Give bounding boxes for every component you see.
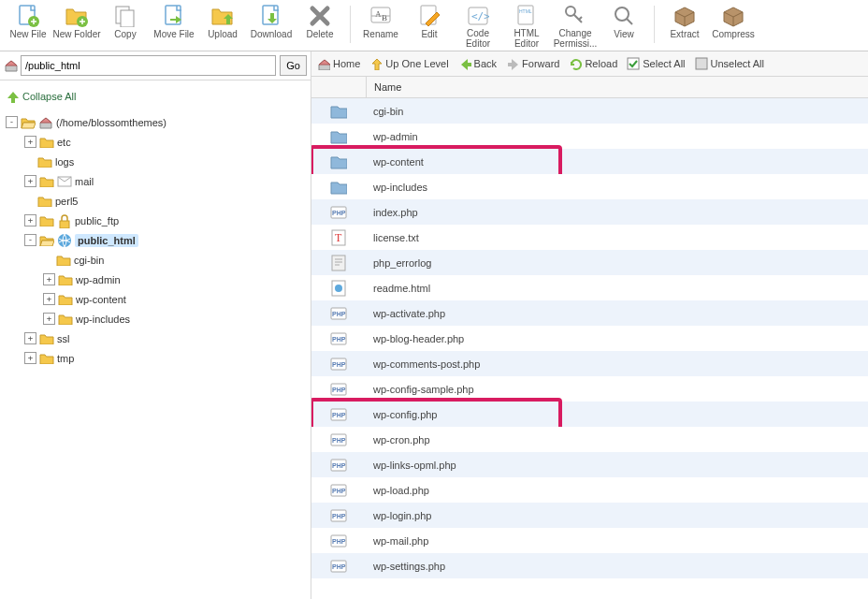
nav-home-button[interactable]: Home <box>317 57 360 70</box>
home-icon <box>4 58 19 73</box>
tree-node-logs[interactable]: logs <box>24 152 307 171</box>
tree-toggle[interactable]: + <box>24 136 36 148</box>
upload-button[interactable]: Upload <box>198 2 247 49</box>
file-row-name: license.txt <box>366 232 868 243</box>
go-button[interactable]: Go <box>280 55 307 76</box>
home-icon <box>38 115 53 130</box>
nav-reload-button[interactable]: Reload <box>569 57 617 70</box>
tree-toggle[interactable]: + <box>43 273 55 285</box>
path-input[interactable] <box>21 55 276 76</box>
tree-node-etc[interactable]: +etc <box>24 132 307 152</box>
file-row[interactable]: wp-config-sample.php <box>311 376 868 402</box>
new-folder-button[interactable]: New Folder <box>52 2 101 49</box>
nav-up-label: Up One Level <box>385 58 448 69</box>
folder-icon <box>330 103 347 120</box>
tree-toggle[interactable]: + <box>24 175 36 187</box>
file-row[interactable]: wp-links-opml.php <box>311 452 868 477</box>
tree-node-wp-content[interactable]: +wp-content <box>43 289 307 309</box>
tree-node-perl5[interactable]: perl5 <box>24 191 307 211</box>
tree-label: public_html <box>75 234 138 247</box>
html-editor-button[interactable]: HTML Editor <box>502 2 551 49</box>
tree-toggle[interactable]: + <box>24 214 36 226</box>
file-row[interactable]: php_errorlog <box>311 250 868 275</box>
lock-icon <box>57 213 72 228</box>
tree-node-wp-admin[interactable]: +wp-admin <box>43 270 307 289</box>
file-row[interactable]: index.php <box>311 199 868 225</box>
tree-toggle[interactable]: + <box>43 293 55 305</box>
download-button[interactable]: Download <box>247 2 296 49</box>
folder-tree: - (/home/blossomthemes) +etc logs +mail … <box>0 112 311 372</box>
nav-reload-label: Reload <box>585 58 617 69</box>
column-icon-header[interactable] <box>311 77 367 97</box>
file-row[interactable]: wp-content <box>311 149 868 174</box>
uncheck-icon <box>695 57 708 70</box>
file-row-icon-cell <box>311 533 366 549</box>
file-row[interactable]: wp-config.php <box>311 402 868 427</box>
edit-button[interactable]: Edit <box>405 2 454 49</box>
file-row[interactable]: wp-login.php <box>311 503 868 528</box>
nav-select-all-button[interactable]: Select All <box>627 57 685 70</box>
tree-toggle[interactable]: - <box>24 234 36 246</box>
file-row[interactable]: wp-activate.php <box>311 300 868 326</box>
tree-node-mail[interactable]: +mail <box>24 171 307 191</box>
tree-root[interactable]: - (/home/blossomthemes) <box>6 112 307 132</box>
nav-up-button[interactable]: Up One Level <box>369 57 448 70</box>
tree-node-public-html[interactable]: -public_html <box>24 230 307 250</box>
tree-node-ssl[interactable]: +ssl <box>24 329 307 348</box>
column-name-header[interactable]: Name <box>367 77 868 97</box>
php-icon <box>330 406 347 423</box>
mail-icon <box>57 174 72 189</box>
code-editor-icon <box>466 4 490 27</box>
rename-button[interactable]: Rename <box>356 2 405 49</box>
code-editor-button[interactable]: Code Editor <box>454 2 502 49</box>
compress-label: Compress <box>712 29 755 39</box>
extract-button[interactable]: Extract <box>660 2 709 49</box>
file-row[interactable]: wp-load.php <box>311 477 868 503</box>
check-icon <box>627 57 640 70</box>
tree-node-tmp[interactable]: +tmp <box>24 348 307 368</box>
view-button[interactable]: View <box>600 2 648 49</box>
nav-forward-button[interactable]: Forward <box>506 57 559 70</box>
tree-toggle[interactable]: - <box>6 116 18 128</box>
file-row[interactable]: wp-mail.php <box>311 528 868 553</box>
file-row[interactable]: wp-includes <box>311 174 868 199</box>
php-icon <box>330 431 347 448</box>
file-row[interactable]: wp-cron.php <box>311 427 868 452</box>
tree-node-cgi-bin[interactable]: cgi-bin <box>43 250 307 270</box>
file-row[interactable]: wp-comments-post.php <box>311 351 868 376</box>
delete-button[interactable]: Delete <box>296 2 344 49</box>
nav-back-button[interactable]: Back <box>458 57 497 70</box>
tree-toggle[interactable]: + <box>24 352 36 364</box>
php-icon <box>330 305 347 322</box>
reload-icon <box>569 57 582 70</box>
file-row-name: wp-config-sample.php <box>366 384 868 395</box>
code-editor-label: Code Editor <box>454 28 502 49</box>
tree-node-wp-includes[interactable]: +wp-includes <box>43 309 307 329</box>
collapse-all-button[interactable]: Collapse All <box>0 80 311 112</box>
extract-label: Extract <box>670 29 699 39</box>
copy-button[interactable]: Copy <box>101 2 150 49</box>
php-icon <box>330 381 347 398</box>
nav-unselect-all-button[interactable]: Unselect All <box>695 57 764 70</box>
file-row[interactable]: cgi-bin <box>311 98 868 124</box>
tree-label: logs <box>55 156 74 168</box>
file-row[interactable]: readme.html <box>311 275 868 300</box>
new-file-button[interactable]: New File <box>4 2 52 49</box>
file-row[interactable]: wp-admin <box>311 124 868 149</box>
change-permissions-button[interactable]: Change Permissi... <box>551 2 600 49</box>
folder-icon <box>39 352 54 364</box>
extract-icon <box>673 4 697 28</box>
tree-label: tmp <box>57 353 74 364</box>
folder-icon <box>37 155 52 168</box>
file-row[interactable]: wp-blog-header.php <box>311 326 868 351</box>
compress-button[interactable]: Compress <box>709 2 758 49</box>
tree-node-public-ftp[interactable]: +public_ftp <box>24 211 307 230</box>
file-row[interactable]: license.txt <box>311 225 868 250</box>
tree-root-label: (/home/blossomthemes) <box>56 117 166 128</box>
move-file-button[interactable]: Move File <box>150 2 198 49</box>
tree-toggle[interactable]: + <box>24 332 36 344</box>
tree-toggle[interactable]: + <box>43 313 55 325</box>
file-row-icon-cell <box>311 406 366 423</box>
file-row[interactable]: wp-settings.php <box>311 553 868 578</box>
file-row-icon-cell <box>311 255 366 271</box>
